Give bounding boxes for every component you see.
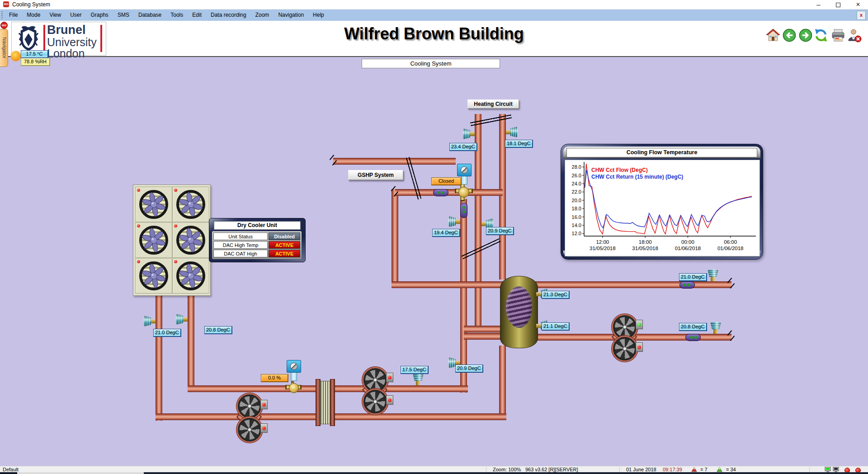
svg-text:24.0: 24.0 bbox=[572, 181, 581, 186]
pipe-vessel-inlet-top bbox=[392, 281, 503, 288]
chart-plot-area[interactable]: 12.014.016.018.020.022.024.026.028.012:0… bbox=[565, 160, 760, 256]
pump-status-indicator bbox=[636, 342, 643, 352]
print-icon[interactable] bbox=[831, 27, 845, 43]
forward-icon[interactable] bbox=[798, 27, 813, 43]
menu-database[interactable]: Database bbox=[134, 9, 166, 21]
close-button[interactable]: ✕ bbox=[848, 0, 868, 9]
fan-icon bbox=[175, 225, 206, 257]
svg-text:01/06/2018: 01/06/2018 bbox=[675, 246, 701, 251]
svg-text:31/05/2018: 31/05/2018 bbox=[632, 246, 658, 251]
gshp-system-label[interactable]: GSHP System bbox=[348, 170, 403, 180]
pipe-end-break bbox=[728, 331, 735, 341]
home-icon[interactable] bbox=[766, 27, 780, 43]
temp-label-flow-right: 21.0 DegC bbox=[679, 273, 707, 281]
menu-help[interactable]: Help bbox=[308, 9, 329, 21]
plate-heat-exchanger bbox=[316, 379, 335, 425]
temp-label-drycooler-left: 21.0 DegC bbox=[153, 329, 181, 337]
pipe-end-break bbox=[392, 186, 399, 197]
minimize-button[interactable] bbox=[808, 0, 828, 9]
valve-stem bbox=[291, 372, 297, 381]
temp-label-heating-return: 18.1 DegC bbox=[505, 140, 533, 148]
valve-actuator[interactable] bbox=[457, 164, 472, 176]
maximize-button[interactable] bbox=[828, 0, 848, 9]
temp-sensor-return-right bbox=[710, 322, 721, 334]
navigator-badge: 963 bbox=[0, 22, 8, 29]
refresh-icon[interactable] bbox=[814, 27, 828, 43]
pump-impeller bbox=[363, 368, 387, 392]
outside-temp-label: 17.5 °C bbox=[21, 50, 48, 58]
fan-icon bbox=[138, 225, 169, 257]
fan-icon bbox=[175, 261, 206, 293]
title-bar: 963 Cooling System ✕ bbox=[0, 0, 868, 9]
menu-graphs[interactable]: Graphs bbox=[86, 9, 113, 21]
temp-sensor-heating-flow bbox=[463, 128, 475, 139]
pipe-end-break bbox=[330, 155, 337, 166]
menu-mode[interactable]: Mode bbox=[22, 9, 45, 21]
menu-view[interactable]: View bbox=[45, 9, 66, 21]
svg-text:28.0: 28.0 bbox=[572, 164, 581, 170]
temp-sensor-drycooler-left bbox=[144, 316, 156, 327]
temp-sensor-gshp-lower bbox=[448, 216, 460, 227]
pump-impeller bbox=[238, 394, 261, 418]
temp-sensor-flow-right bbox=[708, 270, 718, 281]
pipe-end-break bbox=[728, 278, 735, 289]
taskbar-segment bbox=[0, 472, 17, 474]
app-icon: 963 bbox=[3, 1, 9, 7]
flow-arrows-right bbox=[433, 189, 448, 196]
pump-status-indicator bbox=[260, 400, 268, 409]
taskbar-segment bbox=[17, 472, 144, 474]
menu-zoom[interactable]: Zoom bbox=[251, 9, 274, 21]
scada-app-window: 963 Cooling System ✕ File Mode View User… bbox=[0, 0, 868, 474]
pump-impeller bbox=[238, 418, 261, 441]
menu-grip-icon[interactable] bbox=[1, 11, 3, 19]
system-subtitle: Cooling System bbox=[362, 59, 500, 68]
temp-sensor-heating-return bbox=[506, 127, 518, 137]
back-icon[interactable] bbox=[782, 27, 797, 43]
temp-sensor-drycooler-right bbox=[176, 314, 188, 325]
logout-user-icon[interactable] bbox=[847, 27, 862, 43]
dac-oat-high-value: ACTIVE bbox=[269, 250, 300, 257]
pipe-vessel-inlet-b bbox=[464, 333, 503, 340]
svg-text:06:00: 06:00 bbox=[724, 239, 737, 245]
temp-label-gshp-lower: 19.4 DegC bbox=[432, 229, 460, 237]
outside-humidity-label: 78.8 %RH bbox=[21, 58, 50, 66]
menu-close-icon[interactable]: x bbox=[857, 11, 866, 20]
page-header: Brunel University London Wilfred Brown B… bbox=[0, 21, 868, 57]
temp-label-return-right: 20.8 DegC bbox=[679, 323, 707, 331]
menu-data-recording[interactable]: Data recording bbox=[206, 9, 251, 21]
row-label: DAC OAT High bbox=[213, 250, 268, 257]
fan-icon bbox=[175, 189, 206, 222]
temp-sensor-hx-flow bbox=[413, 374, 424, 385]
flow-arrows-right bbox=[679, 281, 695, 289]
logo-line3: London bbox=[47, 48, 97, 60]
three-way-valve bbox=[455, 183, 473, 201]
menu-user[interactable]: User bbox=[66, 9, 86, 21]
pump-impeller bbox=[613, 315, 637, 339]
valve-position-label: 0.0 % bbox=[261, 374, 288, 382]
svg-text:12:00: 12:00 bbox=[596, 239, 609, 245]
menu-tools[interactable]: Tools bbox=[166, 9, 188, 21]
svg-text:CHW Cct Flow (DegC): CHW Cct Flow (DegC) bbox=[591, 167, 648, 173]
svg-text:18.0: 18.0 bbox=[572, 206, 581, 211]
temp-label-drycooler-right: 20.8 DegC bbox=[204, 326, 232, 334]
dry-cooler-status-panel: Dry Cooler Unit Unit Status Disabled DAC… bbox=[209, 218, 306, 262]
pump-status-indicator bbox=[260, 423, 268, 433]
menu-edit[interactable]: Edit bbox=[188, 9, 206, 21]
pipe-flow-right bbox=[533, 281, 731, 288]
pump-pair-secondary bbox=[236, 394, 269, 440]
fan-icon bbox=[138, 261, 169, 293]
valve-actuator[interactable] bbox=[287, 360, 301, 373]
dry-cooler-fan-unit bbox=[133, 185, 211, 296]
unit-status-value: Disabled bbox=[269, 232, 300, 240]
dry-cooler-title: Dry Cooler Unit bbox=[214, 221, 301, 230]
buffer-vessel bbox=[500, 276, 538, 348]
menu-file[interactable]: File bbox=[5, 9, 22, 21]
pump-pair-chw bbox=[611, 315, 644, 360]
navigator-tab[interactable]: Navigator bbox=[0, 29, 8, 67]
menu-bar: File Mode View User Graphs SMS Database … bbox=[0, 9, 868, 21]
svg-text:14.0: 14.0 bbox=[572, 223, 581, 228]
table-row: DAC High Temp ACTIVE bbox=[213, 241, 300, 249]
menu-navigation[interactable]: Navigation bbox=[274, 9, 308, 21]
menu-sms[interactable]: SMS bbox=[113, 9, 134, 21]
heating-circuit-label[interactable]: Heating Circuit bbox=[467, 100, 519, 109]
